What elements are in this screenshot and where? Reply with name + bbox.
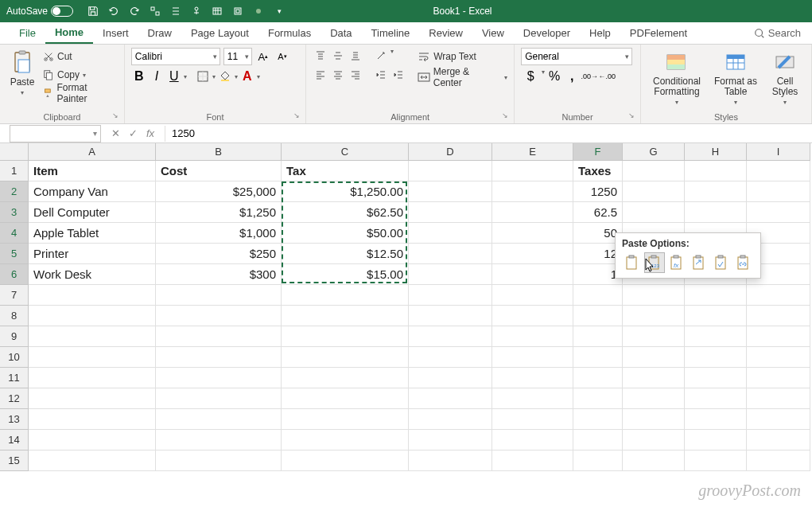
dialog-launcher[interactable]: ↘ [293,111,303,121]
increase-decimal-icon[interactable]: .00→ [581,68,597,84]
cell[interactable] [29,326,156,347]
cell[interactable]: Dell Computer [29,202,156,223]
cell[interactable] [156,388,282,409]
cell[interactable] [492,202,573,223]
col-header-B[interactable]: B [156,143,282,161]
cell[interactable] [747,347,810,368]
cell[interactable]: Item [29,161,156,181]
qat-button[interactable] [167,2,185,20]
cell[interactable] [409,430,492,451]
cell[interactable] [492,306,573,326]
cell[interactable] [747,430,810,451]
copy-button[interactable]: Copy▾ [43,66,118,84]
cell[interactable] [29,451,156,471]
cell[interactable] [623,326,685,347]
cell[interactable] [409,326,492,347]
italic-button[interactable]: I [149,68,165,84]
row-header[interactable]: 12 [0,388,29,409]
cell[interactable] [623,161,685,181]
conditional-formatting-button[interactable]: Conditional Formatting▾ [647,48,706,107]
row-header[interactable]: 2 [0,181,29,202]
cell[interactable] [492,368,573,388]
cell[interactable] [282,451,409,471]
cell[interactable] [29,285,156,306]
number-format-select[interactable]: General [521,48,632,65]
row-header[interactable]: 1 [0,161,29,181]
cell[interactable] [685,368,747,388]
qat-button[interactable] [208,2,226,20]
cell[interactable] [573,388,623,409]
cell[interactable] [492,223,573,244]
cell[interactable] [573,368,623,388]
paste-option-values[interactable]: 123 [644,252,665,273]
row-header[interactable]: 5 [0,244,29,264]
cell[interactable] [409,202,492,223]
row-header[interactable]: 10 [0,347,29,368]
align-right-icon[interactable] [348,67,363,83]
cell[interactable]: 1250 [573,181,623,202]
tab-review[interactable]: Review [419,22,472,44]
row-header[interactable]: 8 [0,306,29,326]
row-header[interactable]: 11 [0,368,29,388]
formula-input[interactable]: 1250 [165,127,812,139]
cell[interactable] [409,409,492,430]
qat-button[interactable] [250,2,267,20]
paste-option-formatting[interactable] [711,252,732,273]
cell[interactable]: $15.00 [282,264,409,285]
paste-option-formulas[interactable]: fx [666,252,687,273]
row-header[interactable]: 9 [0,326,29,347]
cell[interactable] [623,285,685,306]
row-header[interactable]: 15 [0,451,29,471]
bold-button[interactable]: B [131,68,147,84]
cell[interactable] [623,181,685,202]
cell[interactable]: Printer [29,244,156,264]
cell[interactable] [29,368,156,388]
cut-button[interactable]: Cut [43,48,118,65]
cell[interactable] [747,326,810,347]
cell[interactable] [492,285,573,306]
cell[interactable] [282,388,409,409]
cell[interactable] [29,430,156,451]
cell[interactable] [156,409,282,430]
cell[interactable] [282,347,409,368]
tab-pdfelement[interactable]: PDFelement [620,22,697,44]
cell[interactable] [685,451,747,471]
row-header[interactable]: 13 [0,409,29,430]
cell[interactable] [409,451,492,471]
cancel-formula-icon[interactable]: ✕ [107,126,123,142]
cell[interactable] [282,430,409,451]
cell[interactable] [29,306,156,326]
cell[interactable] [573,285,623,306]
cell[interactable] [492,181,573,202]
dialog-launcher[interactable]: ↘ [502,111,511,121]
dialog-launcher[interactable]: ↘ [112,111,122,121]
tab-view[interactable]: View [472,22,514,44]
cell[interactable] [747,202,810,223]
col-header-G[interactable]: G [623,143,685,161]
cell[interactable] [685,430,747,451]
cell[interactable] [492,430,573,451]
align-left-icon[interactable] [313,67,328,83]
cell[interactable] [573,306,623,326]
qat-button[interactable] [229,2,247,20]
cell[interactable] [492,347,573,368]
cell[interactable] [573,347,623,368]
cell[interactable] [747,181,810,202]
orientation-icon[interactable] [373,48,389,64]
cell[interactable]: $1,250.00 [282,181,409,202]
cell[interactable]: $50.00 [282,223,409,244]
format-painter-button[interactable]: Format Painter [43,84,118,102]
cell[interactable]: 62.5 [573,202,623,223]
search-box[interactable]: Search [754,22,812,44]
cell[interactable] [409,244,492,264]
cell[interactable] [685,326,747,347]
font-color-button[interactable]: A [239,68,255,84]
cell[interactable] [29,347,156,368]
cell[interactable] [156,285,282,306]
cell[interactable] [492,451,573,471]
enter-formula-icon[interactable]: ✓ [125,126,141,142]
cell[interactable] [573,430,623,451]
cell[interactable]: Company Van [29,181,156,202]
col-header-E[interactable]: E [492,143,573,161]
tab-formulas[interactable]: Formulas [258,22,321,44]
